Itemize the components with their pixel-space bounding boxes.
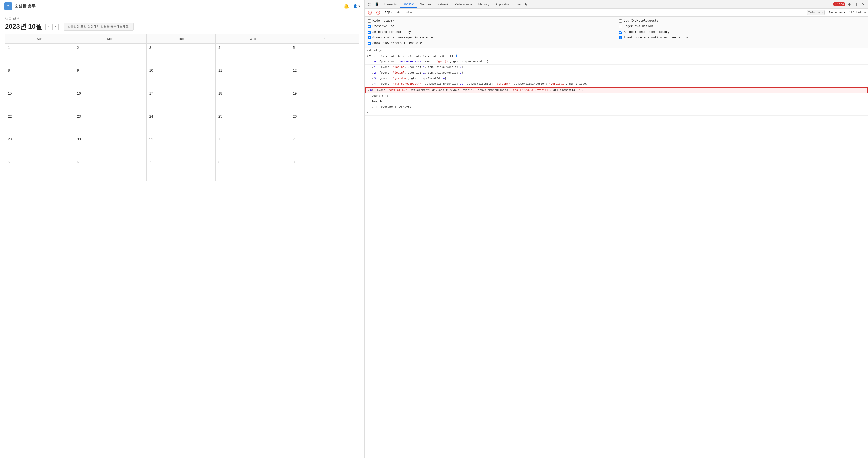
console-item-3[interactable]: ▶ 3: {event: 'gtm.dom', gtm.uniqueEventI… (365, 76, 868, 82)
devtools-inspect-icon[interactable]: ⬚ (367, 1, 373, 7)
calendar-cell-3-4[interactable]: 26 (290, 112, 359, 135)
console-item-0[interactable]: ▶ 0: {gtm.start: 1696661621371, event: '… (365, 59, 868, 65)
tab-security[interactable]: Security (514, 1, 530, 8)
info-icon[interactable]: ℹ (456, 55, 457, 58)
calendar-cell-1-2[interactable]: 10 (147, 66, 215, 89)
console-array-line[interactable]: ▶ ▼ (7) [{…}, {…}, {…}, {…}, {…}, {…}, {… (365, 54, 868, 59)
autocomplete-checkbox[interactable] (619, 31, 622, 34)
calendar-cell-3-0[interactable]: 22 (5, 112, 74, 135)
calendar-cell-5-0[interactable]: 5 (5, 158, 74, 181)
tab-console[interactable]: Console (400, 1, 417, 8)
devtools-more-button[interactable]: ⋮ (854, 1, 859, 7)
calendar-cell-4-2[interactable]: 31 (147, 135, 215, 158)
calendar-cell-4-1[interactable]: 30 (74, 135, 147, 158)
calendar-cell-4-4[interactable]: 2 (290, 135, 359, 158)
info-only-selector[interactable]: Info only (807, 10, 825, 15)
treat-code-checkbox[interactable] (619, 36, 622, 39)
console-push-line[interactable]: push: ƒ {} (365, 93, 868, 99)
calendar-cell-2-0[interactable]: 15 (5, 89, 74, 112)
calendar-cell-1-3[interactable]: 11 (215, 66, 290, 89)
calendar-cell-5-3[interactable]: 8 (215, 158, 290, 181)
treat-code-label[interactable]: Treat code evaluation as user action (624, 36, 690, 39)
expand-icon[interactable]: ▶ (372, 60, 373, 64)
tab-elements[interactable]: Elements (381, 1, 400, 8)
console-stop-button[interactable]: 🚫 (367, 10, 373, 15)
devtools-device-icon[interactable]: 📱 (373, 1, 380, 7)
calendar-cell-0-0[interactable]: 1 (5, 43, 74, 66)
no-issues-button[interactable]: No Issues ▾ (827, 10, 847, 15)
console-item-2[interactable]: ▶ 2: {event: 'login', user_id: 1, gtm.un… (365, 70, 868, 76)
filter-input[interactable] (403, 10, 446, 15)
app-panel: 소 소심한 총무 🔔 👤 ▾ 벌금 장부 2023년 10월 ‹ › 벌금일정 … (0, 0, 365, 458)
preserve-log-label[interactable]: Preserve log (372, 25, 394, 28)
console-item-4[interactable]: ▶ 4: {event: 'gtm.scrollDepth', gtm.scro… (365, 82, 868, 87)
console-repl-prompt[interactable]: › (365, 110, 868, 116)
calendar-cell-2-4[interactable]: 19 (290, 89, 359, 112)
hide-network-label[interactable]: Hide network (372, 19, 394, 23)
preserve-log-checkbox[interactable] (368, 25, 371, 28)
schedule-banner[interactable]: 벌금일정 모임 설정에서 알림을 등록해보세요! (64, 23, 133, 31)
next-month-button[interactable]: › (53, 24, 59, 30)
expand-icon[interactable]: ▶ (366, 56, 369, 57)
show-cors-label[interactable]: Show CORS errors in console (372, 41, 422, 45)
tab-sources[interactable]: Sources (417, 1, 434, 8)
group-similar-label[interactable]: Group similar messages in console (372, 36, 433, 39)
calendar-cell-1-4[interactable]: 12 (290, 66, 359, 89)
calendar-cell-1-0[interactable]: 8 (5, 66, 74, 89)
calendar-cell-3-3[interactable]: 25 (215, 112, 290, 135)
log-xml-label[interactable]: Log XMLHttpRequests (624, 19, 659, 23)
expand-icon[interactable]: ▶ (372, 71, 373, 75)
user-menu-button[interactable]: 👤 ▾ (353, 4, 360, 8)
console-eye-button[interactable]: 👁 (396, 10, 402, 15)
hide-network-checkbox[interactable] (368, 19, 371, 23)
autocomplete-label[interactable]: Autocomplete from history (624, 30, 670, 34)
eager-eval-label[interactable]: Eager evaluation (624, 25, 653, 28)
calendar-cell-0-2[interactable]: 3 (147, 43, 215, 66)
tab-memory[interactable]: Memory (475, 1, 492, 8)
tab-application[interactable]: Application (492, 1, 514, 8)
calendar-cell-0-1[interactable]: 2 (74, 43, 147, 66)
calendar-cell-5-1[interactable]: 6 (74, 158, 147, 181)
log-xml-checkbox[interactable] (619, 19, 622, 23)
tab-network[interactable]: Network (434, 1, 452, 8)
show-cors-checkbox[interactable] (368, 42, 371, 45)
devtools-close-button[interactable]: ✕ (861, 1, 866, 7)
prev-month-button[interactable]: ‹ (45, 24, 52, 30)
console-item-6-highlighted[interactable]: ▶ 6: {event: 'gtm.click', gtm.element: d… (365, 87, 868, 93)
devtools-settings-button[interactable]: ⚙ (847, 1, 852, 7)
selected-context-checkbox[interactable] (368, 31, 371, 34)
console-clear-button[interactable]: 🚫 (375, 10, 381, 15)
expand-icon[interactable]: ▶ (367, 49, 368, 53)
eager-eval-checkbox[interactable] (619, 25, 622, 28)
console-output[interactable]: ▶ dataLayer ▶ ▼ (7) [{…}, {…}, {…}, {…},… (365, 48, 868, 458)
console-datalayer-group[interactable]: ▶ dataLayer (365, 48, 868, 54)
calendar-cell-5-4[interactable]: 9 (290, 158, 359, 181)
calendar-cell-2-2[interactable]: 17 (147, 89, 215, 112)
expand-icon[interactable]: ▶ (372, 66, 373, 69)
devtools-tabs: Elements Console Sources Network Perform… (381, 1, 833, 8)
tab-performance[interactable]: Performance (452, 1, 475, 8)
level-selector[interactable]: top ▾ (383, 10, 394, 15)
expand-icon[interactable]: ▶ (372, 83, 373, 86)
calendar-cell-0-3[interactable]: 4 (215, 43, 290, 66)
expand-icon[interactable]: ▶ (368, 89, 369, 92)
calendar-cell-4-0[interactable]: 29 (5, 135, 74, 158)
console-prototype-line[interactable]: ▶ [[Prototype]]: Array(0) (365, 104, 868, 110)
console-item-1[interactable]: ▶ 1: {event: 'login', user_id: 1, gtm.un… (365, 65, 868, 70)
calendar-cell-3-2[interactable]: 24 (147, 112, 215, 135)
calendar-cell-2-1[interactable]: 16 (74, 89, 147, 112)
tab-more[interactable]: » (530, 1, 538, 8)
notification-button[interactable]: 🔔 (342, 2, 350, 10)
group-similar-checkbox[interactable] (368, 36, 371, 39)
calendar-cell-2-3[interactable]: 18 (215, 89, 290, 112)
calendar-cell-4-3[interactable]: 1 (215, 135, 290, 158)
expand-icon[interactable]: ▶ (372, 77, 373, 81)
calendar-cell-3-1[interactable]: 23 (74, 112, 147, 135)
calendar-cell-5-2[interactable]: 7 (147, 158, 215, 181)
expand-icon[interactable]: ▶ (372, 105, 373, 109)
selected-context-label[interactable]: Selected context only (372, 30, 411, 34)
app-logo-icon: 소 (4, 2, 12, 10)
console-length-line[interactable]: length: 7 (365, 99, 868, 104)
calendar-cell-1-1[interactable]: 9 (74, 66, 147, 89)
calendar-cell-0-4[interactable]: 5 (290, 43, 359, 66)
